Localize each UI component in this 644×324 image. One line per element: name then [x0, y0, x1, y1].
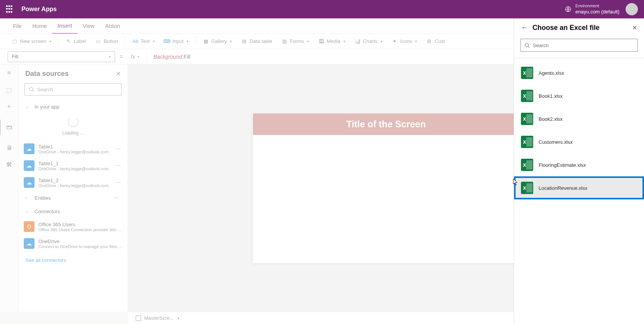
close-icon[interactable]: ✕: [632, 24, 637, 31]
data-source-item[interactable]: ☁ Table1 OneDrive - henry.legge@outlook.…: [18, 140, 128, 157]
excel-file-item[interactable]: FlooringEstimate.xlsx: [514, 153, 644, 176]
connector-name: Office 365 Users: [38, 222, 122, 227]
ribbon-charts-label: Charts: [363, 38, 378, 44]
data-search-box[interactable]: [25, 83, 122, 95]
flyout-search-input[interactable]: [533, 43, 634, 48]
ribbon-text[interactable]: Ab Text ▾: [128, 37, 159, 46]
media-rail-icon[interactable]: 🖥: [5, 144, 13, 152]
globe-icon: [565, 6, 572, 13]
charts-icon: 📊: [355, 38, 361, 44]
chevron-down-icon[interactable]: ▾: [177, 316, 179, 320]
more-icon[interactable]: ⋯: [114, 179, 122, 186]
flyout-search-box[interactable]: [520, 39, 638, 52]
ribbon-forms[interactable]: ▥ Forms ▾: [278, 37, 313, 46]
ribbon-media[interactable]: 🖼 Media ▾: [314, 37, 349, 46]
ribbon-forms-label: Forms: [290, 38, 304, 44]
app-header: Power Apps Environment enayu.com (defaul…: [0, 0, 644, 18]
ds-sub: OneDrive - henry.legge@outlook.com: [38, 166, 110, 171]
file-name: Book2.xlsx: [539, 116, 563, 122]
menu-action[interactable]: Action: [100, 18, 125, 34]
chevron-down-icon: ▾: [343, 39, 345, 43]
connector-item[interactable]: ☁ OneDrive Connect to OneDrive to manage…: [18, 235, 128, 252]
ribbon-icons[interactable]: ✦ Icons ▾: [388, 37, 421, 46]
ribbon-new-screen[interactable]: ▢ New screen ▾: [8, 37, 55, 46]
ribbon-custom[interactable]: ⊞ Cust: [422, 37, 449, 46]
label-icon: ✎: [66, 38, 72, 44]
data-icon[interactable]: 🗃: [0, 120, 18, 135]
tree-icon[interactable]: ⬚: [5, 86, 13, 94]
ds-name: Table1_1: [38, 161, 110, 166]
ribbon-text-label: Text: [141, 38, 150, 44]
ribbon-input[interactable]: ⌨ Input ▾: [160, 37, 192, 46]
chevron-down-icon: ▾: [230, 39, 232, 43]
chevron-down-icon: ▾: [109, 55, 111, 59]
more-icon[interactable]: ⋯: [114, 163, 122, 169]
section-in-your-app[interactable]: ⌄ In your app: [18, 100, 128, 113]
menu-home[interactable]: Home: [27, 18, 52, 34]
section-connectors[interactable]: ⌄ Connectors: [18, 205, 128, 218]
onedrive-icon: ☁: [24, 238, 34, 249]
spinner-icon: [68, 117, 79, 127]
office-icon: O: [24, 221, 34, 232]
data-source-item[interactable]: ☁ Table1_2 OneDrive - henry.legge@outloo…: [18, 174, 128, 191]
ribbon-label[interactable]: ✎ Label: [62, 37, 90, 46]
chevron-down-icon: ▾: [153, 39, 155, 43]
ribbon-custom-label: Cust: [435, 38, 445, 44]
input-icon: ⌨: [164, 38, 170, 44]
environment-label: Environment: [575, 3, 619, 8]
close-icon[interactable]: ✕: [116, 70, 121, 77]
fx-button[interactable]: fx ▾: [128, 54, 142, 60]
ribbon-button-text: Button: [104, 38, 118, 44]
data-search-input[interactable]: [37, 87, 117, 92]
property-selector[interactable]: Fill ▾: [8, 51, 115, 62]
screen-title-bar[interactable]: Title of the Screen: [253, 113, 519, 135]
data-sources-panel: Data sources ✕ ⌄ In your app Loading ...…: [18, 64, 128, 312]
chevron-down-icon: ▾: [49, 39, 51, 43]
fx-label: fx: [131, 54, 135, 60]
section-label: Entities: [34, 195, 108, 201]
excel-file-item[interactable]: LocationRevenue.xlsx: [514, 176, 644, 199]
back-arrow-icon[interactable]: ←: [521, 24, 528, 32]
section-entities[interactable]: › Entities ⋯: [18, 191, 128, 205]
ribbon-icons-label: Icons: [400, 38, 412, 44]
file-picker-flyout: ← Choose an Excel file ✕ Agents.xlsx Boo…: [514, 18, 644, 324]
divider: [514, 58, 644, 58]
environment-selector[interactable]: Environment enayu.com (default): [565, 3, 619, 15]
menu-insert[interactable]: Insert: [52, 18, 77, 34]
ds-sub: OneDrive - henry.legge@outlook.com: [38, 183, 110, 188]
excel-file-item[interactable]: Agents.xlsx: [514, 61, 644, 84]
data-source-item[interactable]: ☁ Table1_1 OneDrive - henry.legge@outloo…: [18, 157, 128, 174]
onedrive-icon: ☁: [24, 177, 34, 188]
tools-icon[interactable]: 🛠: [5, 161, 13, 169]
menu-file[interactable]: File: [8, 18, 27, 34]
add-icon[interactable]: +: [5, 103, 13, 110]
more-icon[interactable]: ⋯: [112, 195, 121, 201]
status-screen-name[interactable]: MasterScre...: [144, 315, 174, 321]
see-all-connectors-link[interactable]: See all connectors: [18, 252, 128, 268]
ribbon-data-table[interactable]: ▤ Data table: [237, 37, 276, 46]
excel-icon: [521, 67, 533, 79]
ribbon-charts[interactable]: 📊 Charts ▾: [351, 37, 386, 46]
screen-checkbox[interactable]: [136, 316, 141, 321]
media-icon: 🖼: [318, 38, 324, 44]
ds-name: Table1: [38, 144, 110, 150]
menu-view[interactable]: View: [77, 18, 100, 34]
user-avatar[interactable]: [626, 3, 638, 15]
ribbon-separator: [196, 37, 196, 46]
connector-sub: Connect to OneDrive to manage your files…: [38, 244, 122, 249]
section-label: Connectors: [34, 209, 60, 214]
ribbon-button[interactable]: ▭ Button: [91, 37, 122, 46]
chevron-down-icon: ⌄: [25, 104, 30, 109]
hamburger-icon[interactable]: ≡: [5, 69, 13, 77]
excel-file-item[interactable]: Book2.xlsx: [514, 107, 644, 130]
canvas-screen[interactable]: Title of the Screen: [253, 113, 519, 263]
flyout-title: Choose an Excel file: [532, 24, 628, 32]
ribbon-gallery[interactable]: ▦ Gallery ▾: [199, 37, 236, 46]
search-icon: [524, 43, 530, 48]
excel-file-item[interactable]: Book1.xlsx: [514, 84, 644, 107]
ribbon-separator: [125, 37, 125, 46]
app-launcher-icon[interactable]: [6, 5, 14, 13]
connector-item[interactable]: O Office 365 Users Office 365 Users Conn…: [18, 218, 128, 235]
excel-file-item[interactable]: Customers.xlsx: [514, 130, 644, 153]
more-icon[interactable]: ⋯: [114, 146, 122, 152]
